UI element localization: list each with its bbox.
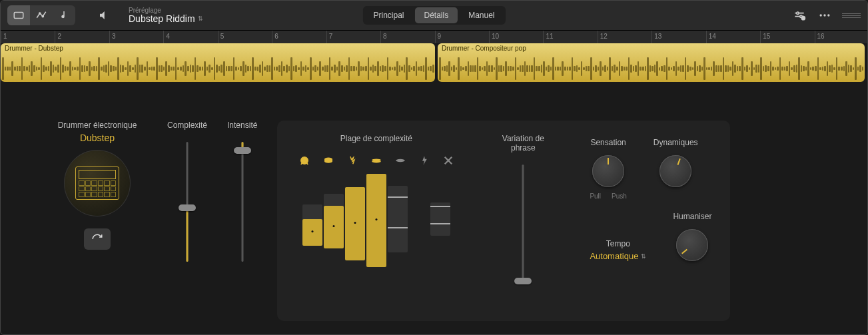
- timeline-ruler[interactable]: 12345678910111213141516: [1, 30, 867, 43]
- ruler-tick: 11: [543, 31, 553, 43]
- tab-manuel[interactable]: Manuel: [459, 7, 504, 23]
- drum-machine-icon: [75, 167, 119, 200]
- snare-icon[interactable]: [322, 154, 335, 167]
- details-panel: Plage de complexité Variation de phrase …: [277, 121, 730, 321]
- dynamics-label: Dynamiques: [653, 138, 698, 147]
- tab-principal[interactable]: Principal: [364, 7, 413, 23]
- ruler-tick: 3: [109, 31, 116, 43]
- drummer-kit-button[interactable]: [64, 150, 131, 216]
- hihat-icon[interactable]: [370, 154, 383, 167]
- ruler-tick: 12: [598, 31, 608, 43]
- tempo-value: Automatique: [590, 251, 638, 261]
- svg-point-18: [372, 161, 381, 163]
- ruler-tick: 6: [272, 31, 278, 43]
- drummer-type-label: Drummer électronique: [58, 121, 137, 130]
- view-tool-group: [7, 5, 75, 25]
- more-icon[interactable]: [817, 7, 833, 23]
- ruler-tick: 13: [651, 31, 661, 43]
- tempo-label: Tempo: [606, 239, 630, 248]
- drummer-style: Dubstep: [80, 133, 115, 143]
- range-icon-row: [298, 154, 455, 167]
- range-bar[interactable]: [409, 172, 429, 272]
- intensity-label: Intensité: [227, 121, 257, 130]
- ruler-tick: 9: [435, 31, 442, 43]
- ruler-tick: 8: [380, 31, 387, 43]
- phrase-slider[interactable]: [515, 165, 531, 284]
- clap-icon[interactable]: [346, 154, 359, 167]
- svg-line-12: [301, 163, 302, 165]
- region-pop[interactable]: Drummer - Compositeur pop: [438, 43, 865, 82]
- ruler-tick: 5: [218, 31, 224, 43]
- crash-icon[interactable]: [442, 154, 455, 167]
- sensation-label: Sensation: [590, 138, 626, 147]
- toolbar: Préréglage Dubstep Riddim ⇅ Principal Dé…: [1, 1, 867, 30]
- push-label: Push: [612, 192, 627, 200]
- automation-view-button[interactable]: [30, 5, 53, 25]
- ruler-tick: 7: [326, 31, 333, 43]
- svg-rect-0: [14, 13, 23, 19]
- svg-point-9: [823, 14, 825, 16]
- svg-point-1: [39, 13, 41, 14]
- region-view-button[interactable]: [7, 5, 30, 25]
- range-label: Plage de complexité: [340, 134, 412, 143]
- ruler-tick: 1: [1, 31, 7, 43]
- range-bar[interactable]: [324, 172, 344, 272]
- svg-line-13: [306, 163, 308, 165]
- intensity-slider[interactable]: [234, 142, 250, 262]
- svg-point-16: [324, 160, 332, 163]
- range-bar[interactable]: [345, 172, 365, 272]
- dynamics-knob[interactable]: [659, 155, 691, 187]
- ruler-tick: 4: [163, 31, 170, 43]
- drummer-editor: Drummer électronique Dubstep Complexité …: [1, 107, 867, 334]
- volume-icon[interactable]: [93, 5, 115, 25]
- range-bar[interactable]: [302, 172, 322, 272]
- range-bars[interactable]: [302, 172, 450, 272]
- ruler-tick: 16: [815, 31, 825, 43]
- right-tool-group: [791, 7, 861, 23]
- drag-handle-icon[interactable]: [842, 12, 861, 19]
- tab-details[interactable]: Détails: [414, 7, 458, 23]
- humanize-knob[interactable]: [676, 229, 708, 261]
- svg-point-7: [801, 17, 805, 20]
- range-bar[interactable]: [366, 172, 386, 272]
- perc-icon[interactable]: [394, 154, 407, 167]
- complexity-label: Complexité: [167, 121, 207, 130]
- ruler-tick: 15: [760, 31, 770, 43]
- tempo-selector[interactable]: Tempo Automatique ⇅: [590, 239, 646, 261]
- svg-point-10: [827, 14, 829, 16]
- complexity-slider[interactable]: [179, 142, 195, 262]
- editor-tabs: Principal Détails Manuel: [362, 6, 505, 25]
- fx-icon[interactable]: [418, 154, 431, 167]
- svg-point-8: [820, 14, 822, 16]
- notation-view-button[interactable]: [53, 5, 75, 25]
- region-dubstep[interactable]: Drummer - Dubstep: [1, 43, 435, 82]
- chevron-updown-icon: ⇅: [641, 253, 646, 260]
- region-label: Drummer - Dubstep: [1, 43, 435, 55]
- track-lane: Drummer - Dubstep Drummer - Compositeur …: [1, 43, 867, 82]
- sensation-knob[interactable]: [592, 155, 624, 187]
- preset-name: Dubstep Riddim ⇅: [129, 14, 203, 24]
- region-label: Drummer - Compositeur pop: [438, 43, 865, 55]
- humanize-label: Humaniser: [673, 212, 711, 221]
- chevron-updown-icon: ⇅: [198, 16, 203, 23]
- ruler-tick: 14: [706, 31, 716, 43]
- ruler-tick: 10: [489, 31, 499, 43]
- svg-point-19: [396, 159, 405, 163]
- pull-label: Pull: [590, 192, 601, 200]
- ruler-tick: 2: [55, 31, 61, 43]
- svg-point-5: [797, 12, 799, 14]
- kick-icon[interactable]: [298, 154, 311, 167]
- preset-selector[interactable]: Préréglage Dubstep Riddim ⇅: [129, 7, 203, 24]
- svg-point-2: [42, 15, 43, 17]
- range-bar[interactable]: [430, 172, 450, 272]
- settings-icon[interactable]: [791, 7, 807, 23]
- range-bar[interactable]: [388, 172, 408, 272]
- refresh-button[interactable]: [84, 228, 111, 250]
- phrase-label: Variation de phrase: [490, 134, 556, 153]
